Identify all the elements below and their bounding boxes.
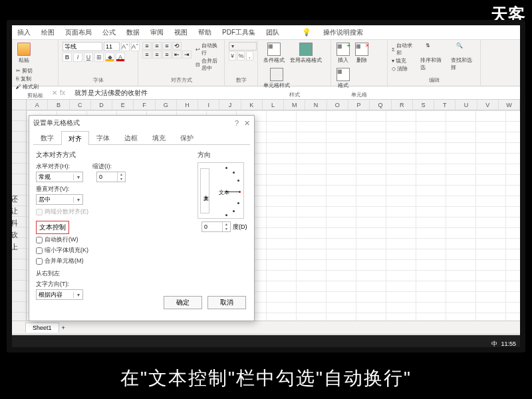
ok-button[interactable]: 确定: [164, 296, 202, 309]
column-header[interactable]: H: [177, 100, 198, 110]
row-header[interactable]: [12, 110, 26, 121]
border-button[interactable]: ⊞: [94, 53, 104, 62]
wrap-text-button[interactable]: ↩自动换行: [196, 42, 220, 57]
row-header[interactable]: [12, 164, 26, 174]
column-header[interactable]: P: [348, 100, 370, 110]
column-header[interactable]: R: [392, 100, 413, 110]
italic-button[interactable]: I: [73, 53, 82, 62]
row-header[interactable]: [12, 121, 26, 132]
bold-button[interactable]: B: [63, 53, 72, 62]
currency-button[interactable]: ¥: [229, 51, 236, 61]
copy-button[interactable]: ⎘复制: [16, 75, 39, 82]
column-header[interactable]: J: [219, 100, 241, 110]
dialog-tab-border[interactable]: 边框: [117, 130, 145, 144]
ribbon-tab-data[interactable]: 数据: [121, 28, 145, 37]
orientation-control[interactable]: 文本 文本: [198, 162, 244, 219]
column-header[interactable]: Q: [370, 100, 391, 110]
dialog-help-button[interactable]: ?: [235, 119, 239, 128]
cancel-button[interactable]: 取消: [207, 296, 246, 309]
row-header[interactable]: [12, 302, 26, 313]
spin-up-icon[interactable]: ▴: [118, 172, 125, 177]
fx-icon[interactable]: fx: [60, 89, 65, 96]
row-header[interactable]: [12, 142, 26, 153]
ribbon-tab-draw[interactable]: 绘图: [36, 28, 60, 37]
shrink-fit-checkbox[interactable]: [36, 247, 43, 254]
ribbon-tab-review[interactable]: 审阅: [145, 28, 169, 37]
ribbon-tab-team[interactable]: 团队: [261, 28, 285, 37]
ribbon-tab-pdf[interactable]: PDF工具集: [217, 28, 261, 37]
wrap-text-checkbox[interactable]: [36, 237, 43, 243]
row-header[interactable]: [12, 132, 26, 142]
sheet-tab[interactable]: Sheet1: [25, 323, 59, 332]
horizontal-align-combo[interactable]: ▾: [36, 172, 83, 182]
column-header[interactable]: N: [305, 100, 327, 110]
dialog-tab-number[interactable]: 数字: [33, 130, 61, 144]
column-header[interactable]: S: [413, 100, 434, 110]
fill-button[interactable]: ▾填充: [392, 57, 415, 65]
ime-indicator[interactable]: 中: [491, 340, 497, 348]
cancel-formula-icon[interactable]: ✕: [52, 89, 57, 96]
column-header[interactable]: B: [48, 100, 69, 110]
column-header[interactable]: O: [327, 100, 348, 110]
ribbon-tab-insert[interactable]: 插入: [12, 28, 36, 37]
decrease-indent-button[interactable]: ⇤: [172, 51, 182, 59]
grow-font-button[interactable]: A˄: [121, 42, 130, 51]
column-header[interactable]: L: [263, 100, 284, 110]
underline-button[interactable]: U: [84, 53, 93, 62]
merge-cells-checkbox[interactable]: [36, 258, 43, 265]
paste-button[interactable]: 粘贴: [16, 42, 32, 65]
orientation-button[interactable]: ⟲: [172, 42, 182, 50]
align-right-button[interactable]: ≡: [162, 51, 172, 59]
dialog-tab-protection[interactable]: 保护: [173, 130, 201, 144]
merge-center-button[interactable]: ⊟合并后居中: [196, 57, 220, 72]
column-header[interactable]: I: [198, 100, 219, 110]
spin-down-icon[interactable]: ▾: [118, 177, 125, 182]
font-color-button[interactable]: A: [116, 53, 125, 62]
column-header[interactable]: E: [112, 100, 134, 110]
column-header[interactable]: W: [499, 100, 520, 110]
spin-down-icon[interactable]: ▾: [223, 227, 230, 231]
align-center-button[interactable]: ≡: [152, 51, 162, 59]
vertical-align-combo[interactable]: ▾: [36, 194, 83, 205]
format-table-button[interactable]: 套用表格格式: [289, 42, 323, 65]
tell-me-search[interactable]: 💡操作说明搜索: [291, 28, 374, 37]
dialog-tab-alignment[interactable]: 对齐: [61, 131, 89, 145]
vertical-text-button[interactable]: 文本: [200, 168, 209, 213]
degree-spinner[interactable]: ▴▾: [201, 221, 231, 232]
delete-cells-button[interactable]: ▦×删除: [354, 42, 370, 65]
cut-button[interactable]: ✂剪切: [16, 67, 39, 74]
new-sheet-button[interactable]: +: [62, 325, 65, 331]
align-left-button[interactable]: ≡: [142, 51, 152, 59]
ribbon-tab-formulas[interactable]: 公式: [97, 28, 121, 37]
row-header[interactable]: [12, 270, 26, 281]
column-header[interactable]: M: [284, 100, 305, 110]
align-top-button[interactable]: ≡: [142, 42, 152, 50]
format-painter-button[interactable]: 🖌格式刷: [16, 83, 39, 90]
column-header[interactable]: G: [156, 100, 177, 110]
column-header[interactable]: V: [477, 100, 499, 110]
number-format-dropdown[interactable]: ▾: [229, 42, 257, 51]
ribbon-tab-help[interactable]: 帮助: [193, 28, 217, 37]
column-header[interactable]: F: [134, 100, 155, 110]
indent-spinner[interactable]: ▴▾: [96, 172, 126, 182]
conditional-format-button[interactable]: ▦条件格式: [262, 42, 286, 65]
row-header[interactable]: [12, 153, 26, 164]
column-header[interactable]: A: [27, 100, 48, 110]
row-header[interactable]: [12, 174, 26, 185]
increase-indent-button[interactable]: ⇥: [182, 51, 192, 59]
ribbon-tab-layout[interactable]: 页面布局: [60, 28, 97, 37]
row-header[interactable]: [12, 259, 26, 270]
fill-color-button[interactable]: ◆: [105, 53, 114, 62]
column-header[interactable]: U: [456, 100, 477, 110]
row-header[interactable]: [12, 281, 26, 291]
text-direction-combo[interactable]: ▾: [36, 289, 83, 300]
comma-button[interactable]: ,: [246, 51, 253, 61]
percent-button[interactable]: %: [237, 51, 245, 61]
column-header[interactable]: C: [70, 100, 91, 110]
sort-filter-button[interactable]: ⇅排序和筛选: [419, 42, 446, 72]
clear-button[interactable]: ◇清除: [392, 65, 415, 72]
dialog-close-button[interactable]: ✕: [244, 119, 250, 128]
insert-cells-button[interactable]: ▦+插入: [335, 42, 351, 65]
row-header[interactable]: [12, 291, 26, 302]
column-header[interactable]: K: [241, 100, 263, 110]
